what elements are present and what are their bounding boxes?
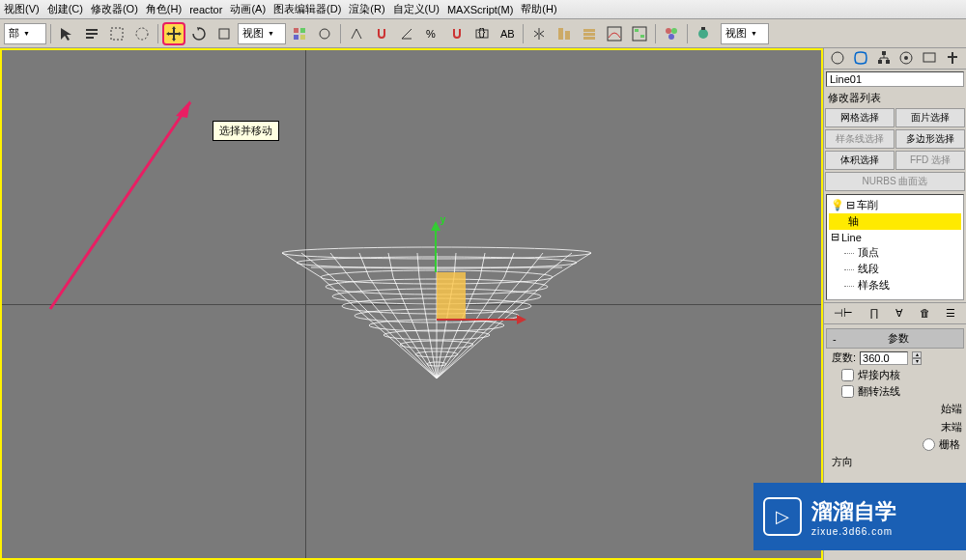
svg-rect-15 <box>558 28 563 40</box>
viewport-axis-v <box>305 50 306 558</box>
svg-rect-28 <box>701 27 705 30</box>
schematic-view-icon[interactable] <box>628 22 651 45</box>
select-window-icon[interactable] <box>130 22 154 45</box>
svg-point-46 <box>904 56 908 60</box>
menu-character[interactable]: 角色(H) <box>146 2 182 16</box>
tab-utilities-icon[interactable] <box>945 50 960 68</box>
menu-create[interactable]: 创建(C) <box>47 2 83 16</box>
snap-toggle-icon[interactable] <box>370 22 393 45</box>
poly-select-button[interactable]: 多边形选择 <box>895 129 965 149</box>
spinner-snap-icon[interactable] <box>445 22 469 45</box>
stack-vertex[interactable]: 顶点 <box>829 244 961 261</box>
ffd-select-button[interactable]: FFD 选择 <box>895 151 965 170</box>
parameters-rollout: 参数 度数: ▴▾ 焊接内核 翻转法线 始端 末端 栅格 方向 <box>826 328 964 471</box>
stack-spline[interactable]: 样条线 <box>829 277 961 294</box>
svg-rect-19 <box>583 37 595 40</box>
svg-rect-22 <box>635 29 639 32</box>
stack-lathe[interactable]: 💡⊟车削 <box>829 197 961 213</box>
degree-spinner[interactable]: ▴▾ <box>912 351 922 365</box>
selection-filter-dropdown[interactable]: 部 <box>4 23 46 44</box>
select-and-move-button[interactable] <box>162 22 185 45</box>
lightbulb-icon: 💡 <box>831 199 844 211</box>
select-manipulate-icon[interactable] <box>313 22 336 45</box>
degree-input[interactable] <box>860 351 908 365</box>
configure-sets-icon[interactable]: ☰ <box>946 307 955 320</box>
gizmo-y-label: y <box>440 214 445 225</box>
toolbar-main: 部 视图 % {} ABC 视图 <box>0 19 966 48</box>
select-object-icon[interactable] <box>55 22 78 45</box>
gizmo-y-axis[interactable] <box>435 224 437 272</box>
tab-modify-icon[interactable] <box>853 50 868 68</box>
stack-axis[interactable]: 轴 <box>829 213 961 230</box>
select-and-rotate-icon[interactable] <box>187 22 211 45</box>
use-pivot-center-icon[interactable] <box>288 22 311 45</box>
percent-snap-icon[interactable]: % <box>420 22 443 45</box>
svg-rect-7 <box>300 28 305 33</box>
select-rect-icon[interactable] <box>105 22 128 45</box>
vol-select-button[interactable]: 体积选择 <box>825 151 895 170</box>
menu-view[interactable]: 视图(V) <box>4 2 40 16</box>
menu-render[interactable]: 渲染(R) <box>349 2 384 16</box>
parameters-header[interactable]: 参数 <box>826 328 964 349</box>
curve-editor-icon[interactable] <box>603 22 626 45</box>
make-unique-icon[interactable]: ∀ <box>895 307 903 320</box>
stack-toolbar: ⊣⊢ ∏ ∀ 🗑 ☰ <box>824 302 966 324</box>
select-by-name-icon[interactable] <box>80 22 103 45</box>
render-scene-icon[interactable] <box>692 22 715 45</box>
menu-customize[interactable]: 自定义(U) <box>393 2 440 16</box>
stack-line[interactable]: ⊟Line <box>829 230 961 244</box>
svg-point-4 <box>136 28 148 40</box>
spline-select-button[interactable]: 样条线选择 <box>825 129 895 149</box>
nurbs-button[interactable]: NURBS 曲面选 <box>825 172 965 191</box>
select-and-scale-icon[interactable] <box>213 22 236 45</box>
viewport[interactable]: y 选择并移动 <box>0 48 823 560</box>
edit-named-sel-icon[interactable]: ABC <box>496 22 519 45</box>
menu-reactor[interactable]: reactor <box>189 4 222 15</box>
face-select-button[interactable]: 面片选择 <box>895 108 965 127</box>
svg-text:ABC: ABC <box>500 28 515 40</box>
pin-stack-icon[interactable]: ⊣⊢ <box>834 307 853 320</box>
menu-grapheditor[interactable]: 图表编辑器(D) <box>273 2 341 16</box>
show-end-result-icon[interactable]: ∏ <box>869 307 878 320</box>
menu-modifiers[interactable]: 修改器(O) <box>91 2 138 16</box>
svg-rect-9 <box>300 35 305 40</box>
material-editor-icon[interactable] <box>660 22 683 45</box>
mesh-select-button[interactable]: 网格选择 <box>825 108 895 127</box>
mirror-icon[interactable] <box>527 22 551 45</box>
command-panel-tabs <box>824 48 966 70</box>
gizmo-x-axis[interactable] <box>437 319 524 321</box>
modifier-stack[interactable]: 💡⊟车削 轴 ⊟Line 顶点 线段 样条线 <box>826 194 964 300</box>
gizmo-plane[interactable] <box>437 272 466 321</box>
remove-modifier-icon[interactable]: 🗑 <box>920 307 930 320</box>
svg-rect-6 <box>294 28 298 33</box>
menu-help[interactable]: 帮助(H) <box>521 2 556 16</box>
tab-hierarchy-icon[interactable] <box>876 50 892 68</box>
layer-manager-icon[interactable] <box>578 22 601 45</box>
svg-rect-0 <box>86 29 98 31</box>
svg-rect-42 <box>882 51 886 55</box>
svg-point-24 <box>666 28 671 34</box>
svg-rect-16 <box>565 31 570 40</box>
annotation-arrow <box>41 98 195 311</box>
reference-coord-dropdown[interactable]: 视图 <box>238 23 286 44</box>
align-icon[interactable] <box>553 22 576 45</box>
modifier-list-label: 修改器列表 <box>824 89 966 107</box>
tab-create-icon[interactable] <box>830 50 845 68</box>
tab-motion-icon[interactable] <box>898 50 914 68</box>
menu-animation[interactable]: 动画(A) <box>230 2 266 16</box>
menu-maxscript[interactable]: MAXScript(M) <box>447 4 513 15</box>
stack-segment[interactable]: 线段 <box>829 261 961 277</box>
keyboard-shortcut-icon[interactable] <box>345 22 368 45</box>
named-sel-sets-icon[interactable]: {} <box>470 22 494 45</box>
object-name-input[interactable]: Line01 <box>826 71 964 87</box>
svg-rect-17 <box>583 29 595 32</box>
svg-point-26 <box>668 34 674 40</box>
svg-rect-5 <box>219 29 229 39</box>
render-preset-dropdown[interactable]: 视图 <box>721 23 769 44</box>
weld-core-checkbox[interactable] <box>841 369 854 381</box>
tab-display-icon[interactable] <box>922 50 937 68</box>
svg-point-29 <box>282 247 591 259</box>
angle-snap-icon[interactable] <box>395 22 418 45</box>
grid-radio[interactable] <box>923 438 935 451</box>
flip-normals-checkbox[interactable] <box>841 385 854 398</box>
